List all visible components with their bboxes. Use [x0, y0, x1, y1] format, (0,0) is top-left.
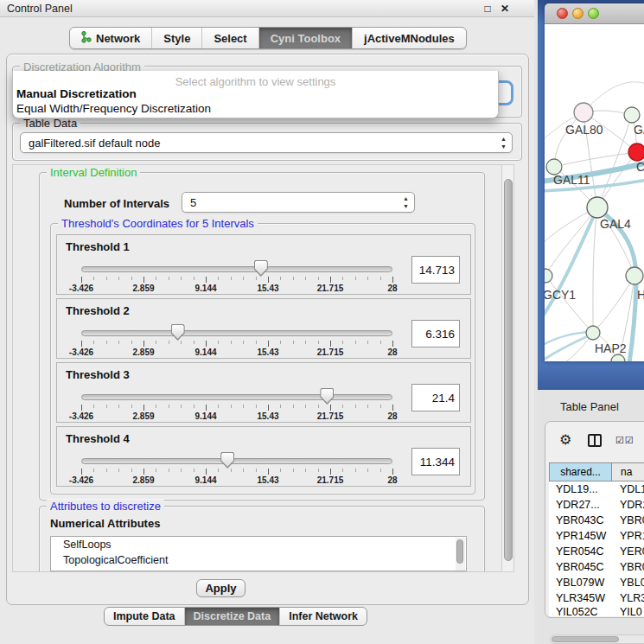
network-node[interactable] — [624, 107, 640, 123]
number-of-intervals-combobox[interactable]: 5 ▲▼ — [182, 192, 415, 213]
threshold-value-field[interactable]: 11.344 — [411, 448, 460, 475]
cell-shared-name[interactable]: YBL079W — [549, 577, 612, 589]
checkbox-icons[interactable]: ☑☑ — [615, 435, 634, 446]
network-edge[interactable] — [593, 276, 634, 333]
network-edge[interactable] — [593, 207, 597, 333]
table-data-combobox-value: galFiltered.sif default node — [29, 137, 160, 150]
spinner-arrows-icon: ▲▼ — [501, 135, 507, 150]
close-icon[interactable]: ✕ — [498, 2, 512, 16]
interval-definition-group: Interval Definition Number of Intervals … — [39, 172, 485, 501]
node-attribute-table: shared... na YDL19...YDL1YDR27...YDR2YBR… — [549, 462, 644, 616]
cell-name[interactable]: YDR2 — [612, 499, 644, 511]
slider-track[interactable] — [81, 394, 392, 400]
tab-style[interactable]: Style — [152, 28, 202, 48]
network-canvas[interactable]: GAL80GACGAL11GAL4GCY1HHAP2 — [545, 24, 644, 361]
network-edge[interactable] — [545, 276, 593, 333]
cell-name[interactable]: YBR0 — [612, 561, 644, 573]
numerical-attributes-list[interactable]: SelfLoopsTopologicalCoefficientBetweenne… — [50, 536, 467, 571]
network-edge[interactable] — [545, 335, 590, 361]
network-node[interactable] — [628, 143, 644, 161]
attribute-list-item[interactable]: TopologicalCoefficient — [51, 552, 466, 568]
tab-cyni-toolbox[interactable]: Cyni Toolbox — [259, 28, 353, 48]
table-row[interactable]: YDL19...YDL1 — [549, 481, 644, 497]
algorithm-option-equal-width[interactable]: Equal Width/Frequency Discretization — [16, 102, 211, 115]
network-node[interactable] — [611, 354, 625, 361]
slider-thumb[interactable] — [171, 324, 185, 341]
number-of-intervals-label: Number of Intervals — [64, 197, 169, 210]
attributes-scrollbar-thumb[interactable] — [456, 539, 463, 564]
threshold-label: Threshold 4 — [66, 432, 130, 445]
network-node[interactable] — [626, 267, 643, 284]
apply-button[interactable]: Apply — [196, 579, 245, 597]
column-header-shared-name[interactable]: shared... — [549, 462, 612, 481]
table-row[interactable]: YLR345WYLR3 — [549, 590, 644, 606]
settings-scrollbar-thumb[interactable] — [504, 179, 513, 561]
slider-thumb[interactable] — [254, 260, 268, 277]
table-row[interactable]: YDR27...YDR2 — [549, 497, 644, 513]
table-hscrollbar-thumb[interactable] — [552, 636, 619, 642]
cell-name[interactable]: YDL1 — [612, 483, 644, 495]
network-edge[interactable] — [554, 152, 637, 167]
column-header-name[interactable]: na — [612, 462, 644, 481]
mac-close-icon[interactable] — [557, 8, 568, 19]
network-node[interactable] — [574, 103, 593, 122]
cell-name[interactable]: YPR1 — [612, 530, 644, 542]
tab-infer-network[interactable]: Infer Network — [280, 608, 367, 625]
settings-vertical-scrollbar[interactable] — [501, 164, 514, 572]
cell-name[interactable]: YER0 — [612, 545, 644, 558]
table-row[interactable]: YBR045CYBR0 — [549, 559, 644, 575]
network-node[interactable] — [586, 326, 600, 340]
network-node[interactable] — [587, 197, 608, 218]
numerical-attributes-label: Numerical Attributes — [50, 517, 160, 530]
mac-zoom-icon[interactable] — [588, 8, 599, 19]
threshold-value-field[interactable]: 14.713 — [411, 256, 460, 284]
cell-shared-name[interactable]: YBR045C — [549, 561, 612, 573]
cell-shared-name[interactable]: YDR27... — [549, 499, 612, 511]
table-data-combobox[interactable]: galFiltered.sif default node ▲▼ — [20, 132, 513, 153]
network-node[interactable] — [545, 269, 552, 283]
slider-thumb[interactable] — [220, 452, 234, 469]
slider-track[interactable] — [81, 330, 392, 336]
table-row[interactable]: YER054CYER0 — [549, 544, 644, 559]
column-layout-icon[interactable] — [588, 434, 602, 447]
cell-shared-name[interactable]: YPR145W — [549, 530, 612, 542]
cell-shared-name[interactable]: YLR345W — [549, 592, 612, 604]
algorithm-option-manual[interactable]: Manual Discretization — [16, 87, 137, 100]
tab-impute-data[interactable]: Impute Data — [105, 608, 185, 625]
tab-select[interactable]: Select — [202, 28, 258, 48]
slider-tick-label: 2.859 — [132, 411, 154, 421]
network-window[interactable]: GAL80GACGAL11GAL4GCY1HHAP2 — [545, 3, 644, 361]
table-horizontal-scrollbar[interactable] — [550, 634, 644, 644]
mac-minimize-icon[interactable] — [572, 8, 583, 19]
slider-tick — [256, 405, 257, 408]
table-row[interactable]: YBL079WYBL0 — [549, 575, 644, 590]
cell-name[interactable]: YBL0 — [612, 577, 644, 589]
algorithm-dropdown-popup: Select algorithm to view settings Manual… — [12, 71, 499, 118]
gear-icon[interactable]: ⚙ — [559, 431, 571, 448]
attribute-list-item[interactable]: SelfLoops — [51, 537, 466, 552]
tab-discretize-data[interactable]: Discretize Data — [185, 608, 281, 625]
cell-shared-name[interactable]: YDL19... — [549, 483, 612, 495]
slider-tick-label: 28 — [387, 284, 397, 293]
cell-name[interactable]: YBR0 — [612, 514, 644, 526]
slider-tick — [106, 341, 107, 344]
tab-jactivemnodules[interactable]: jActiveMNodules — [353, 28, 466, 48]
slider-track[interactable] — [81, 266, 392, 272]
slider-thumb[interactable] — [320, 388, 334, 405]
network-window-titlebar[interactable] — [545, 3, 644, 24]
cell-shared-name[interactable]: YIL052C — [549, 606, 612, 616]
threshold-value-field[interactable]: 21.4 — [411, 384, 460, 411]
slider-track[interactable] — [81, 458, 392, 464]
float-window-icon[interactable]: □ — [481, 2, 494, 16]
cell-shared-name[interactable]: YER054C — [549, 545, 612, 558]
attribute-list-item[interactable]: BetweennessCentrality — [51, 568, 466, 571]
cell-shared-name[interactable]: YBR043C — [549, 514, 612, 526]
table-row[interactable]: YPR145WYPR1 — [549, 528, 644, 544]
cell-name[interactable]: YLR3 — [612, 592, 644, 604]
table-row[interactable]: YBR043CYBR0 — [549, 513, 644, 528]
cell-name[interactable]: YIL0 — [612, 606, 644, 616]
threshold-value-field[interactable]: 6.316 — [411, 320, 460, 348]
attributes-scrollbar[interactable] — [456, 538, 465, 571]
table-row[interactable]: YIL052CYIL0 — [549, 606, 644, 616]
tab-network[interactable]: Network — [70, 28, 152, 48]
